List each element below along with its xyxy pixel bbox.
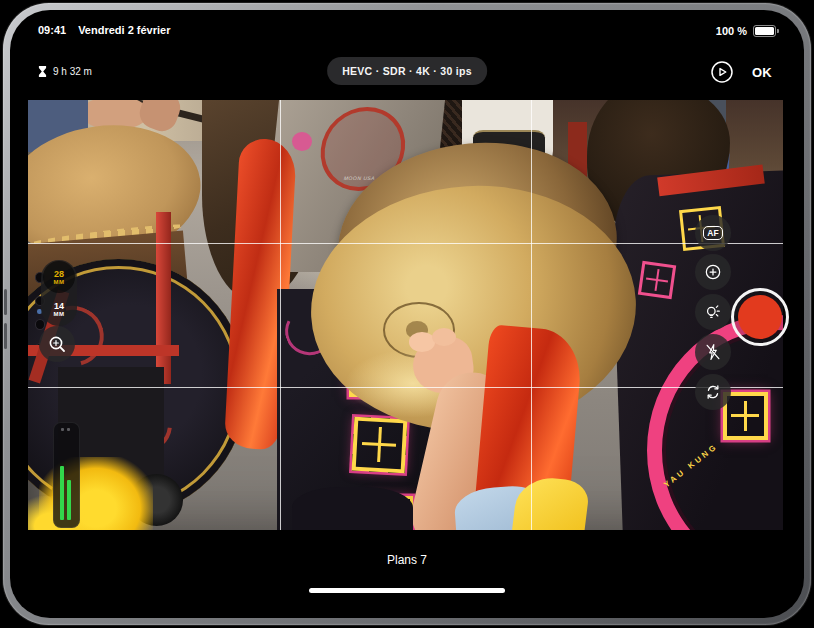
record-button[interactable]: [731, 288, 789, 346]
grid-line-vertical: [280, 100, 281, 530]
ipad-frame: 09:41 Vendredi 2 février 100 % 9 h 32 m …: [3, 3, 811, 625]
magnifier-plus-icon: [47, 334, 67, 354]
hourglass-icon: [38, 66, 47, 77]
scene-photo: MOON USA 柔 功: [28, 100, 783, 530]
status-date: Vendredi 2 février: [78, 24, 170, 36]
battery-icon: [753, 25, 776, 37]
review-last-clip-button[interactable]: [710, 60, 734, 84]
status-bar-left: 09:41 Vendredi 2 février: [38, 24, 170, 36]
scene-finger: [432, 328, 456, 346]
grid-line-horizontal: [28, 243, 783, 244]
camera-app-screen: 09:41 Vendredi 2 février 100 % 9 h 32 m …: [10, 10, 804, 618]
camera-preview[interactable]: MOON USA 柔 功: [28, 100, 783, 530]
format-badge[interactable]: HEVC · SDR · 4K · 30 ips: [327, 57, 487, 85]
clips-counter: Plans 7: [10, 553, 804, 567]
plus-circle-icon: [703, 262, 723, 282]
scene-costume-character: [637, 261, 675, 300]
lens-value: 28: [54, 270, 64, 279]
format-badge-label: HEVC · SDR · 4K · 30 ips: [342, 65, 472, 77]
scene-drum-sensor-dot: [35, 319, 45, 330]
meter-bar-left: [60, 466, 64, 520]
ok-button[interactable]: OK: [746, 64, 778, 81]
recording-time-remaining: 9 h 32 m: [38, 66, 92, 77]
volume-down-button[interactable]: [4, 323, 7, 349]
record-dot: [738, 295, 782, 339]
af-label: AF: [707, 228, 718, 238]
scene-ring-character: 門: [723, 392, 768, 439]
volume-up-button[interactable]: [4, 289, 7, 315]
autofocus-button[interactable]: AF: [695, 215, 731, 251]
time-remaining-label: 9 h 32 m: [53, 66, 92, 77]
exposure-button[interactable]: [695, 254, 731, 290]
lens-selector: 28 MM 14 MM: [41, 260, 77, 326]
status-bar-right: 100 %: [716, 25, 776, 37]
meter-channel-dot: [67, 428, 70, 431]
lens-option-14mm[interactable]: 14 MM: [43, 293, 75, 325]
play-circle-icon: [710, 60, 734, 84]
scene-dark-knee: [292, 487, 413, 530]
lens-unit: MM: [54, 279, 65, 285]
scene-pink-badge: [292, 132, 312, 151]
audio-level-meter: [53, 422, 80, 528]
grid-line-horizontal: [28, 387, 783, 388]
scene-drum-stand-vertical: [156, 212, 171, 384]
lens-value: 14: [54, 302, 64, 311]
flash-off-icon: [703, 342, 723, 362]
meter-channel-dot: [61, 428, 64, 431]
meter-bar-right: [67, 480, 71, 520]
rotate-arrows-icon: [703, 382, 723, 402]
light-bulb-icon: [703, 302, 723, 322]
grid-line-vertical: [531, 100, 532, 530]
lens-option-28mm[interactable]: 28 MM: [43, 261, 75, 293]
status-time: 09:41: [38, 24, 66, 36]
screenshot-root: { "status_bar": { "time": "09:41", "date…: [0, 0, 814, 628]
flash-button[interactable]: [695, 334, 731, 370]
lens-unit: MM: [54, 311, 65, 317]
scene-costume-character: 功: [351, 417, 407, 473]
home-indicator[interactable]: [309, 588, 505, 593]
switch-camera-button[interactable]: [695, 374, 731, 410]
zoom-button[interactable]: [39, 326, 75, 362]
af-frame-icon: AF: [703, 226, 722, 241]
white-balance-button[interactable]: [695, 294, 731, 330]
battery-percent: 100 %: [716, 25, 747, 37]
